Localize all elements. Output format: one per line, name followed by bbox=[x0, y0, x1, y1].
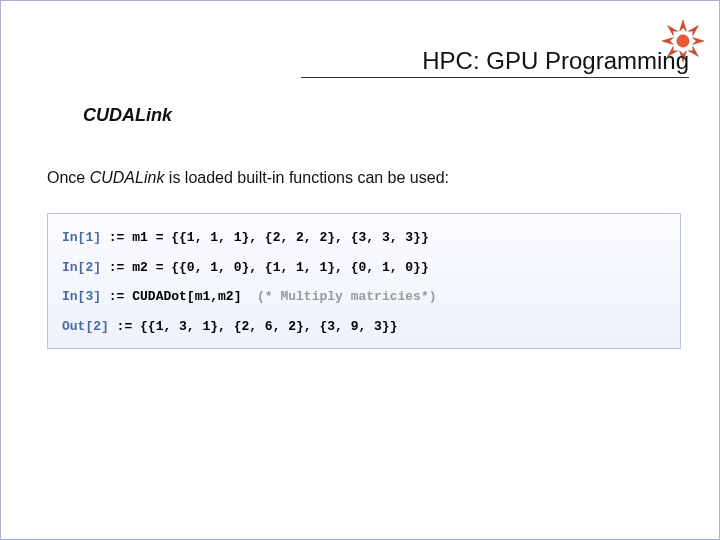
header: HPC: GPU Programming bbox=[311, 47, 689, 77]
in-label: In[2] bbox=[62, 260, 101, 275]
call: CUDADot[m1,m2] bbox=[132, 289, 241, 304]
expr: m1 = {{1, 1, 1}, {2, 2, 2}, {3, 3, 3}} bbox=[132, 230, 428, 245]
code-line-4: Out[2] := {{1, 3, 1}, {2, 6, 2}, {3, 9, … bbox=[62, 319, 666, 335]
code-box: In[1] := m1 = {{1, 1, 1}, {2, 2, 2}, {3,… bbox=[47, 213, 681, 349]
in-label: In[3] bbox=[62, 289, 101, 304]
svg-marker-3 bbox=[662, 37, 673, 44]
svg-marker-4 bbox=[688, 26, 698, 36]
comment: (* Multiply matricies*) bbox=[257, 289, 436, 304]
header-title: HPC: GPU Programming bbox=[422, 47, 689, 77]
svg-marker-1 bbox=[693, 37, 704, 44]
svg-marker-7 bbox=[668, 26, 678, 36]
op: := bbox=[101, 260, 132, 275]
out-label: Out[2] bbox=[62, 319, 109, 334]
expr: m2 = {{0, 1, 0}, {1, 1, 1}, {0, 1, 0}} bbox=[132, 260, 428, 275]
svg-marker-5 bbox=[688, 46, 698, 56]
op: := bbox=[109, 319, 140, 334]
body-text: Once CUDALink is loaded built-in functio… bbox=[47, 169, 449, 187]
slide-frame: HPC: GPU Programming CUDALink Once CUDAL… bbox=[0, 0, 720, 540]
svg-point-8 bbox=[677, 35, 689, 47]
section-subtitle: CUDALink bbox=[83, 105, 172, 126]
svg-marker-0 bbox=[679, 20, 686, 31]
in-label: In[1] bbox=[62, 230, 101, 245]
sp bbox=[241, 289, 257, 304]
header-underline bbox=[301, 77, 689, 78]
op: := bbox=[101, 289, 132, 304]
body-suffix: is loaded built-in functions can be used… bbox=[164, 169, 449, 186]
code-line-1: In[1] := m1 = {{1, 1, 1}, {2, 2, 2}, {3,… bbox=[62, 230, 666, 246]
body-prefix: Once bbox=[47, 169, 90, 186]
code-line-3: In[3] := CUDADot[m1,m2] (* Multiply matr… bbox=[62, 289, 666, 305]
body-ital: CUDALink bbox=[90, 169, 165, 186]
expr: {{1, 3, 1}, {2, 6, 2}, {3, 9, 3}} bbox=[140, 319, 397, 334]
op: := bbox=[101, 230, 132, 245]
code-line-2: In[2] := m2 = {{0, 1, 0}, {1, 1, 1}, {0,… bbox=[62, 260, 666, 276]
